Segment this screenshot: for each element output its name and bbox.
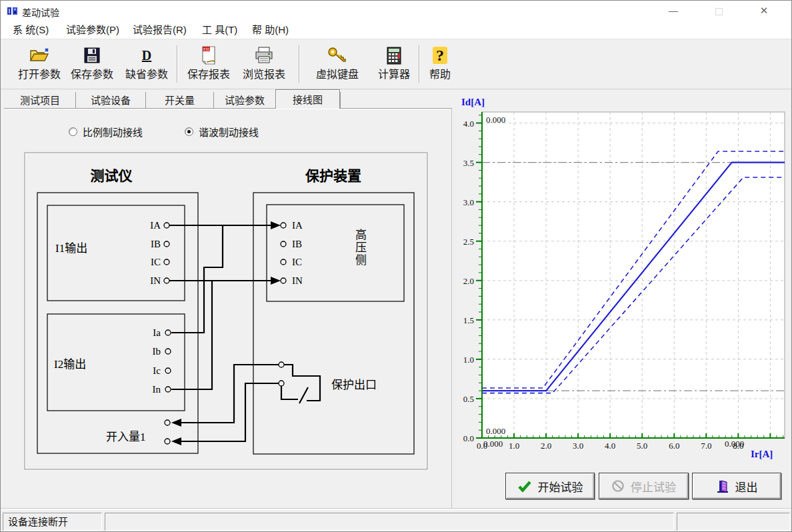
minimize-button[interactable]: — [658, 1, 689, 21]
wiring-diagram: 测试仪 保护装置 I1输出 I2输出 IA IB IC IN Ia Ib Ic … [1, 109, 454, 507]
svg-text:0.000: 0.000 [725, 439, 744, 449]
svg-text:0.5: 0.5 [463, 394, 474, 404]
svg-text:0.000: 0.000 [486, 426, 505, 436]
arrow-icon [271, 277, 281, 285]
hv-side-label: 高压侧 [351, 229, 368, 267]
terminal-label: IN [150, 275, 161, 286]
default-params-button[interactable]: D 缺省参数 [117, 43, 176, 87]
tab-test-items[interactable]: 测试项目 [5, 92, 75, 109]
toolbar-separator [419, 45, 420, 83]
i2-output-label: I2输出 [54, 358, 86, 371]
exit-door-icon [716, 479, 729, 493]
save-floppy-icon [63, 43, 121, 68]
svg-text:1.5: 1.5 [463, 315, 474, 325]
status-bar: 设备连接断开 [1, 510, 791, 532]
maximize-button[interactable] [703, 1, 734, 21]
svg-text:Ir[A]: Ir[A] [751, 449, 773, 459]
differential-characteristic-chart: 0.01.02.03.04.05.06.07.08.00.00.51.01.52… [459, 93, 790, 467]
protection-title: 保护装置 [305, 168, 361, 184]
svg-text:2.0: 2.0 [541, 441, 551, 451]
terminal-label: In [153, 384, 161, 395]
terminal-label: Ia [153, 327, 161, 338]
svg-text:3.5: 3.5 [463, 158, 474, 168]
i1-output-label: I1输出 [55, 242, 87, 255]
wires [169, 225, 279, 441]
help-icon: ? [423, 43, 457, 68]
open-params-button[interactable]: 打开参数 [10, 43, 69, 87]
protection-output-label: 保护出口 [331, 379, 377, 391]
terminal-label: IN [292, 275, 303, 286]
tester-box [37, 193, 198, 453]
hv-side-box [267, 205, 404, 301]
print-preview-icon [235, 43, 293, 68]
terminal-label: Ic [153, 365, 161, 376]
app-window: 差动试验 — ✕ 系 统(S) 试验参数(P) 试验报告(R) 工 具(T) 帮… [0, 0, 792, 532]
start-test-button[interactable]: 开始试验 [505, 473, 595, 499]
save-report-button[interactable]: EXL 保存报表 [179, 43, 238, 87]
stop-test-button[interactable]: 停止试验 [599, 473, 689, 499]
svg-text:6.0: 6.0 [669, 441, 679, 451]
help-button[interactable]: ? 帮助 [423, 43, 457, 87]
title-bar: 差动试验 — ✕ [1, 1, 791, 21]
terminal-label: IA [292, 220, 303, 231]
svg-text:0.0: 0.0 [463, 433, 474, 443]
tab-test-device[interactable]: 试验设备 [75, 92, 145, 109]
svg-text:0.000: 0.000 [486, 115, 505, 125]
save-params-button[interactable]: 保存参数 [63, 43, 121, 87]
calculator-icon [372, 43, 416, 68]
svg-text:7.0: 7.0 [701, 441, 711, 451]
svg-text:4.0: 4.0 [463, 119, 474, 129]
svg-text:5.0: 5.0 [637, 441, 647, 451]
terminal-label: IC [292, 257, 302, 267]
svg-text:1.0: 1.0 [463, 355, 474, 365]
calculator-button[interactable]: 计算器 [372, 43, 416, 87]
menu-test-params[interactable]: 试验参数(P) [63, 21, 122, 39]
arrow-icon [171, 437, 181, 445]
toolbar-separator [177, 45, 178, 83]
svg-text:3.0: 3.0 [573, 441, 583, 451]
save-report-icon: EXL [179, 43, 238, 68]
tester-title: 测试仪 [91, 168, 133, 184]
terminal-label: IB [292, 239, 302, 249]
svg-text:2.0: 2.0 [463, 276, 474, 286]
svg-text:3.0: 3.0 [463, 197, 474, 207]
exit-button[interactable]: 退出 [692, 473, 781, 499]
svg-text:4.0: 4.0 [605, 441, 615, 451]
window-title: 差动试验 [22, 5, 59, 19]
chart-panel: 0.01.02.03.04.05.06.07.08.00.00.51.01.52… [459, 93, 790, 467]
status-extra [677, 513, 790, 531]
status-connection: 设备连接断开 [3, 513, 102, 531]
check-icon [517, 480, 532, 493]
menu-test-report[interactable]: 试验报告(R) [130, 21, 189, 39]
protection-box [253, 193, 414, 454]
menu-tools[interactable]: 工 具(T) [199, 21, 240, 39]
menu-help[interactable]: 帮 助(H) [249, 21, 291, 39]
svg-text:2.5: 2.5 [463, 237, 474, 247]
svg-text:Id[A]: Id[A] [461, 97, 485, 107]
terminal-label: IB [151, 239, 161, 249]
toolbar: 打开参数 保存参数 D 缺省参数 [1, 40, 791, 89]
default-params-icon: D [117, 43, 176, 68]
browse-report-button[interactable]: 浏览报表 [235, 43, 293, 87]
terminal-label: IC [151, 257, 161, 267]
maximize-icon [715, 8, 723, 15]
menu-bar: 系 统(S) 试验参数(P) 试验报告(R) 工 具(T) 帮 助(H) [1, 21, 791, 39]
toolbar-separator [299, 45, 300, 83]
terminal-label: IA [150, 220, 161, 231]
svg-text:1.0: 1.0 [509, 441, 519, 451]
binary-input-label: 开入量1 [106, 431, 146, 443]
close-button[interactable]: ✕ [749, 1, 779, 21]
stop-icon [611, 479, 625, 493]
virtual-keyboard-icon [308, 43, 367, 68]
tab-test-params[interactable]: 试验参数 [213, 92, 275, 109]
menu-system[interactable]: 系 统(S) [10, 21, 51, 39]
tab-switch-values[interactable]: 开关量 [145, 92, 213, 109]
virtual-keyboard-button[interactable]: 虚拟键盘 [308, 43, 367, 87]
tab-wiring-diagram[interactable]: 接线图 [275, 89, 340, 109]
arrow-icon [271, 221, 281, 229]
svg-text:0.000: 0.000 [483, 439, 503, 449]
terminal-label: Ib [153, 346, 161, 357]
app-icon [7, 5, 18, 17]
arrow-icon [171, 419, 181, 427]
svg-text:EXL: EXL [203, 47, 211, 51]
